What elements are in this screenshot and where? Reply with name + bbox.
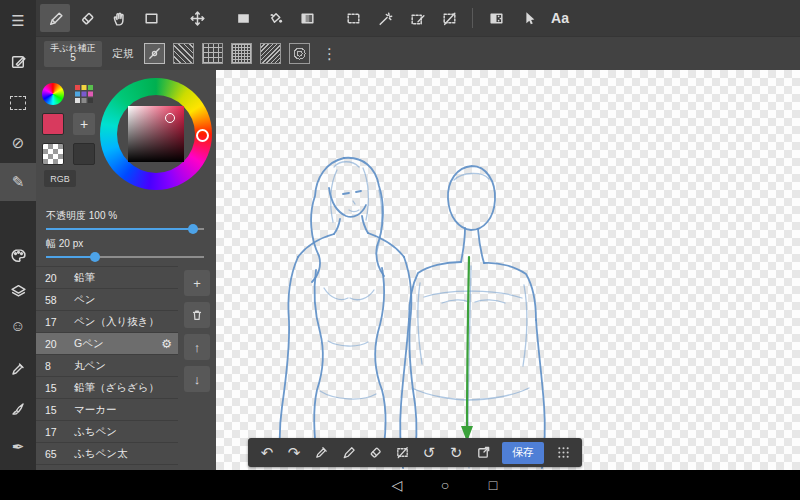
width-slider-knob[interactable]	[90, 252, 100, 262]
home-button[interactable]: ○	[437, 477, 453, 493]
pencil-tool-button[interactable]	[40, 4, 70, 32]
deselect-button[interactable]	[389, 441, 415, 465]
menu-icon[interactable]: ☰	[0, 4, 36, 38]
color-set-tab-icon[interactable]	[73, 83, 95, 105]
secondary-color-swatch[interactable]	[73, 143, 95, 165]
android-nav-bar: ◁ ○ □	[0, 470, 800, 500]
palette-icon[interactable]	[0, 238, 36, 272]
eraser-button[interactable]	[362, 441, 388, 465]
pen-icon[interactable]: ✒	[0, 430, 36, 464]
export-button[interactable]	[470, 441, 496, 465]
brush-item[interactable]: 58 ペン	[36, 289, 178, 311]
current-color-swatch[interactable]	[42, 113, 64, 135]
opacity-label: 不透明度 100 %	[46, 209, 117, 223]
ruler-off-button[interactable]	[144, 43, 165, 64]
ruler-grid-button[interactable]	[202, 43, 223, 64]
deselect-icon[interactable]: ⊘	[0, 126, 36, 160]
back-button[interactable]: ◁	[389, 477, 405, 493]
ruler-dense-grid-button[interactable]	[231, 43, 252, 64]
sv-square[interactable]	[128, 106, 184, 162]
paint-app: ☰ ⊘ ✎ ☺ ✒	[0, 0, 800, 500]
brush-item[interactable]: 20 鉛筆	[36, 267, 178, 289]
brush-name: マーカー	[74, 403, 117, 417]
brush-up-button[interactable]: ↑	[184, 334, 210, 360]
opacity-slider[interactable]	[46, 223, 204, 235]
quick-action-bar: ↶ ↷ ↺ ↻ 保存	[248, 438, 582, 467]
shape-tool-button[interactable]	[136, 4, 166, 32]
hue-cursor[interactable]	[196, 129, 209, 142]
left-toolbar-strip: ☰ ⊘ ✎ ☺ ✒	[0, 0, 36, 470]
sv-cursor[interactable]	[165, 113, 175, 123]
drag-handle-icon[interactable]	[550, 441, 576, 465]
magic-wand-tool-button[interactable]	[370, 4, 400, 32]
draw-tool-icon[interactable]: ✎	[0, 163, 36, 201]
redo-button[interactable]: ↷	[281, 441, 307, 465]
pen-button[interactable]	[335, 441, 361, 465]
ruler-parallel-button[interactable]	[173, 43, 194, 64]
stabilizer-button[interactable]: 手ぶれ補正 5	[44, 41, 102, 67]
material-icon[interactable]: ☺	[0, 308, 36, 342]
text-tool-label: Aa	[551, 10, 569, 26]
add-color-button[interactable]: +	[73, 113, 95, 135]
brush-size: 15	[45, 404, 65, 416]
ruler-circle-button[interactable]	[289, 43, 310, 64]
brush-name: ペン	[74, 293, 96, 307]
brush-icon[interactable]	[0, 392, 36, 426]
opacity-slider-knob[interactable]	[188, 224, 198, 234]
brush-item[interactable]: 17 ペン（入り抜き）	[36, 311, 178, 333]
cursor-tool-button[interactable]	[513, 4, 543, 32]
color-wheel-tab-icon[interactable]	[42, 83, 64, 105]
gradient-tool-button[interactable]	[292, 4, 322, 32]
select-clear-tool-button[interactable]	[434, 4, 464, 32]
brush-name: ペン（入り抜き）	[74, 315, 159, 329]
brush-size: 15	[45, 382, 65, 394]
top-toolbar: Aa	[36, 0, 800, 36]
bucket-tool-button[interactable]	[260, 4, 290, 32]
brush-item[interactable]: 15 鉛筆（ざらざら）	[36, 377, 178, 399]
recents-button[interactable]: □	[485, 477, 501, 493]
brush-item[interactable]: 8 丸ペン	[36, 355, 178, 377]
select-pen-tool-button[interactable]	[402, 4, 432, 32]
color-wheel[interactable]	[100, 78, 212, 190]
select-rect-tool-button[interactable]	[338, 4, 368, 32]
rotate-cw-button[interactable]: ↻	[443, 441, 469, 465]
save-button[interactable]: 保存	[502, 442, 544, 464]
eraser-tool-button[interactable]	[72, 4, 102, 32]
overflow-menu-icon[interactable]: ⋮	[318, 45, 341, 63]
brush-size: 20	[45, 338, 65, 350]
rgb-mode-button[interactable]: RGB	[44, 170, 76, 187]
opacity-slider-fill	[46, 228, 193, 230]
width-label: 幅 20 px	[46, 237, 83, 251]
halftone-tool-button[interactable]	[481, 4, 511, 32]
brush-settings-gear-icon[interactable]: ⚙	[161, 337, 172, 351]
add-brush-button[interactable]: +	[184, 270, 210, 296]
eyedropper-button[interactable]	[308, 441, 334, 465]
ruler-hatch-button[interactable]	[260, 43, 281, 64]
eyedropper-icon[interactable]	[0, 352, 36, 386]
brush-item[interactable]: 15 マーカー	[36, 399, 178, 421]
width-slider[interactable]	[46, 251, 204, 263]
ruler-label: 定規	[112, 46, 134, 61]
hand-tool-button[interactable]	[104, 4, 134, 32]
fill-rect-tool-button[interactable]	[228, 4, 258, 32]
brush-item[interactable]: 20 Gペン ⚙	[36, 333, 178, 355]
drawing-canvas[interactable]: ↶ ↷ ↺ ↻ 保存	[216, 70, 800, 470]
text-tool-button[interactable]: Aa	[545, 4, 575, 32]
brush-name: 丸ペン	[74, 359, 106, 373]
brush-down-button[interactable]: ↓	[184, 366, 210, 392]
width-slider-fill	[46, 256, 95, 258]
brush-size: 8	[45, 360, 65, 372]
brush-size: 20	[45, 272, 65, 284]
move-tool-button[interactable]	[182, 4, 212, 32]
delete-brush-button[interactable]	[184, 302, 210, 328]
layers-icon[interactable]	[0, 274, 36, 308]
transparent-color-swatch[interactable]	[42, 143, 64, 165]
undo-button[interactable]: ↶	[254, 441, 280, 465]
new-edit-icon[interactable]	[0, 44, 36, 78]
rotate-ccw-button[interactable]: ↺	[416, 441, 442, 465]
select-icon[interactable]	[0, 86, 36, 120]
brush-name: ふちペン太	[74, 447, 127, 461]
brush-item[interactable]: 17 ふちペン	[36, 421, 178, 443]
brush-item[interactable]: 65 ふちペン太	[36, 443, 178, 465]
brush-name: 鉛筆	[74, 271, 95, 285]
